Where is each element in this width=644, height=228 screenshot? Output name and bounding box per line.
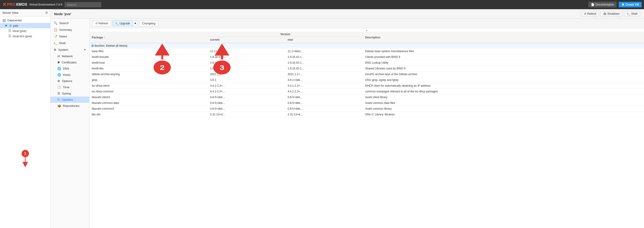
pkg-current: 2021.1.1 xyxy=(208,72,285,77)
pkg-desc: GNU grep, egrep and fgrep xyxy=(363,77,644,83)
table-row[interactable]: libavahi-common-data 0.8-5+deb… 0.8-5+de… xyxy=(90,100,644,106)
options-icon: ⚙ xyxy=(58,79,60,83)
upgrade-button-group: >_ Upgrade ▾ xyxy=(112,21,138,26)
sidebar: Server View ⚙ 🏢 Datacenter ▼ 🖥 pve 🗄 loc… xyxy=(0,9,50,228)
package-table-body: ⊟ Section: Debian (8 items) base-files 1… xyxy=(90,43,644,117)
gear-icon[interactable]: ⚙ xyxy=(45,11,48,15)
logo: ✕ PROXMOX Virtual Environment 7.4-3 xyxy=(2,2,62,8)
shell-icon: >_ xyxy=(54,41,57,45)
power-icon: ⏻ xyxy=(604,12,606,16)
syslog-icon: ☰ xyxy=(58,92,60,95)
summary-icon: 📋 xyxy=(54,28,58,32)
table-row[interactable]: debian-archive-keyring 2021.1.1 2021.1.1… xyxy=(90,72,644,77)
nav-options[interactable]: ⚙ Options xyxy=(50,78,89,84)
nav-time[interactable]: 🕐 Time xyxy=(50,84,89,90)
terminal-icon: >_ xyxy=(627,12,630,16)
pkg-desc: GnuPG archive keys of the Debian archive xyxy=(363,72,644,77)
pkg-name: bind9-libs xyxy=(90,66,208,72)
pkg-name: libavahi-client3 xyxy=(90,94,208,100)
pkg-name: bind9-host xyxy=(90,60,208,66)
shutdown-button[interactable]: ⏻ Shutdown xyxy=(600,11,622,17)
updates-icon: ↻ xyxy=(58,98,60,101)
table-row[interactable]: bind9-host 1:9.16.37-1… 1:9.16.42-1… DNS… xyxy=(90,60,644,66)
refresh-icon: ↺ xyxy=(95,22,98,25)
pkg-new: 2.31-13+d… xyxy=(285,112,363,117)
nav-network[interactable]: ⇄ Network xyxy=(50,53,89,59)
pkg-current: 0.8-5+deb… xyxy=(208,106,285,112)
nav-search[interactable]: 🔍 Search xyxy=(50,20,89,27)
topbar: ✕ PROXMOX Virtual Environment 7.4-3 📄 Do… xyxy=(0,0,644,9)
hosts-icon: 🌐 xyxy=(58,73,61,77)
cert-icon: ✱ xyxy=(58,61,60,64)
col-current-header: current xyxy=(208,37,285,43)
chevron-split-icon: ▾ xyxy=(134,22,136,25)
sidebar-item-local-lvm[interactable]: 🗄 local-lvm (pve) xyxy=(0,34,50,39)
col-desc-header: Description xyxy=(363,32,644,43)
reboot-button[interactable]: ↺ Reboot xyxy=(581,11,599,17)
package-table-wrapper[interactable]: ▲ Package ↑ Version De xyxy=(90,28,644,228)
pkg-desc: Clients provided with BIND 9 xyxy=(363,54,644,60)
table-row[interactable]: libc-bin 2.31-13+d… 2.31-13+d… GNU C Lib… xyxy=(90,112,644,117)
table-row[interactable]: base-files 11.1+deb1… 11.1+deb1… Debian … xyxy=(90,49,644,54)
nav-summary[interactable]: 📋 Summary xyxy=(50,27,89,33)
pkg-new: 4.4.1-2.3+… xyxy=(285,89,363,94)
notes-icon: 📝 xyxy=(54,35,58,38)
pkg-current: 4.4.1-2.3+… xyxy=(208,83,285,89)
pkg-new: 0.8-5+deb… xyxy=(285,106,363,112)
node-header: Node 'pve' ↺ Reboot ⏻ Shutdown >_ Shell xyxy=(50,9,644,19)
table-row[interactable]: bind9-dnsutils 1:9.16.37-1… 1:9.16.42-1…… xyxy=(90,54,644,60)
storage-lvm-icon: 🗄 xyxy=(8,35,11,38)
shell-button[interactable]: >_ Shell xyxy=(624,11,640,17)
create-vm-button[interactable]: 🖥 Create VM xyxy=(619,2,642,7)
refresh-button[interactable]: ↺ Refresh xyxy=(92,21,111,26)
documentation-button[interactable]: 📄 Documentation xyxy=(588,2,617,7)
pkg-current: 0.8-5+deb… xyxy=(208,94,285,100)
nav-system[interactable]: ⚙ System ▼ xyxy=(50,47,89,53)
pkg-new: 1:9.16.42-1… xyxy=(285,54,363,60)
pve-icon: 🖥 xyxy=(9,24,12,27)
table-row[interactable]: isc-dhcp-client 4.4.1-2.3+… 4.4.1-2.3+… … xyxy=(90,83,644,89)
server-icon: ▼ xyxy=(4,24,8,27)
package-table: Package ↑ Version Description cur xyxy=(90,32,644,117)
pkg-new: 1:9.16.42-1… xyxy=(285,66,363,72)
nav-repositories[interactable]: 📦 Repositories xyxy=(50,103,89,109)
upgrade-terminal-icon: >_ xyxy=(116,22,119,25)
pkg-name: bind9-dnsutils xyxy=(90,54,208,60)
changelog-button[interactable]: Changelog xyxy=(139,21,158,26)
node-actions: ↺ Reboot ⏻ Shutdown >_ Shell xyxy=(581,11,640,17)
logo-subtitle: Virtual Environment 7.4-3 xyxy=(29,3,62,6)
storage-icon: 🗄 xyxy=(8,29,11,33)
pkg-desc: Avahi common library xyxy=(363,106,644,112)
table-row[interactable]: bind9-libs 1:9.16.37-1… 1:9.16.42-1… Sha… xyxy=(90,66,644,72)
table-row[interactable]: libavahi-common3 0.8-5+deb… 0.8-5+deb… A… xyxy=(90,106,644,112)
nav-hosts[interactable]: 🌐 Hosts xyxy=(50,72,89,78)
nav-certificates[interactable]: ✱ Certificates xyxy=(50,59,89,66)
nav-notes[interactable]: 📝 Notes xyxy=(50,33,89,40)
nav-updates[interactable]: ↻ Updates xyxy=(50,97,89,103)
col-version-header: Version xyxy=(208,32,363,37)
upgrade-split-button[interactable]: ▾ xyxy=(133,21,138,26)
col-new-header: new xyxy=(285,37,363,43)
pkg-current: 1:9.16.37-1… xyxy=(208,60,285,66)
pkg-desc: Avahi common data files xyxy=(363,100,644,106)
sidebar-item-pve[interactable]: ▼ 🖥 pve xyxy=(0,23,50,28)
nav-syslog[interactable]: ☰ Syslog xyxy=(50,90,89,97)
pkg-name: libc-bin xyxy=(90,112,208,117)
table-row[interactable]: libavahi-client3 0.8-5+deb… 0.8-5+deb… A… xyxy=(90,94,644,100)
pkg-new: 0.8-5+deb… xyxy=(285,100,363,106)
pkg-current: 4.4.1-2.3+… xyxy=(208,89,285,94)
upgrade-button[interactable]: >_ Upgrade xyxy=(112,21,133,26)
nav-dns[interactable]: 🌐 DNS xyxy=(50,66,89,72)
nav-shell[interactable]: >_ Shell xyxy=(50,40,89,47)
dns-icon: 🌐 xyxy=(58,67,61,70)
pkg-current: 1:9.16.37-1… xyxy=(208,66,285,72)
pkg-new: 2021.1.1+… xyxy=(285,72,363,77)
table-row[interactable]: grep 3.6-1 3.6-1+deb… GNU grep, egrep an… xyxy=(90,77,644,83)
page-title: Node 'pve' xyxy=(54,12,72,16)
sidebar-item-datacenter[interactable]: 🏢 Datacenter xyxy=(0,18,50,23)
top-search-input[interactable] xyxy=(64,2,101,7)
sidebar-item-local[interactable]: 🗄 local (pve) xyxy=(0,28,50,34)
chevron-down-icon: ▼ xyxy=(84,49,86,51)
group-row: ⊟ Section: Debian (8 items) xyxy=(90,43,644,49)
table-row[interactable]: isc-dhcp-common 4.4.1-2.3+… 4.4.1-2.3+… … xyxy=(90,89,644,94)
